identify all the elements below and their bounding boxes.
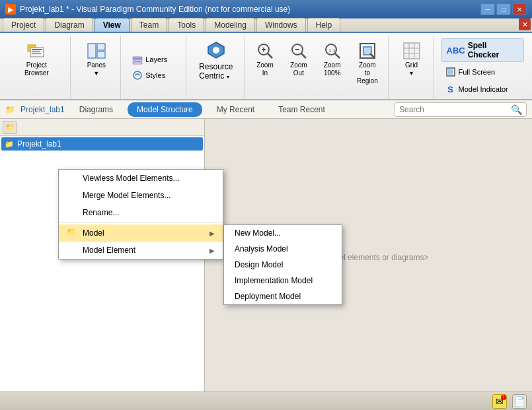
- tree-row-projekt-lab1[interactable]: 📁 Projekt_lab1: [1, 137, 203, 151]
- file-icon-button[interactable]: 📄: [512, 394, 527, 409]
- zoom-region-button[interactable]: Zoom toRegion: [350, 37, 385, 88]
- panes-icon: [86, 40, 107, 61]
- model-indicator-button[interactable]: S Model Indicator: [441, 82, 524, 96]
- tab-diagram[interactable]: Diagram: [46, 18, 93, 32]
- file-icon: 📄: [514, 396, 525, 407]
- submenu-implementation-model[interactable]: Implementation Model: [224, 273, 342, 289]
- project-browser-icon: [26, 40, 47, 61]
- svg-rect-33: [448, 69, 453, 75]
- app-icon: ▶: [5, 4, 16, 15]
- tab-windows[interactable]: Windows: [256, 18, 306, 32]
- layers-button[interactable]: Layers: [128, 52, 180, 67]
- ctx-model[interactable]: 📁 Model ▶: [59, 224, 223, 242]
- zoom-out-button[interactable]: ZoomOut: [282, 37, 315, 81]
- nav-tab-my-recent[interactable]: My Recent: [208, 102, 264, 117]
- resource-centric-label: ResourceCentric ▾: [199, 62, 233, 81]
- ctx-viewless-model-elements[interactable]: Viewless Model Elements...: [59, 170, 223, 187]
- tab-team[interactable]: Team: [131, 18, 167, 32]
- model-indicator-label: Model Indicator: [459, 85, 508, 93]
- grid-button[interactable]: Grid ▾: [395, 37, 428, 81]
- svg-rect-8: [133, 57, 142, 59]
- svg-line-23: [335, 53, 340, 58]
- zoom-out-icon: [288, 40, 309, 61]
- ctx-model-icon: 📁: [67, 228, 77, 238]
- breadcrumb-projekt-lab1[interactable]: Projekt_lab1: [20, 105, 65, 114]
- mail-badge: !: [501, 395, 506, 400]
- mail-icon-button[interactable]: ✉ !: [492, 394, 507, 409]
- ribbon-group-project-browser: Project Browser: [3, 36, 71, 99]
- project-browser-button[interactable]: Project Browser: [8, 37, 65, 81]
- maximize-button[interactable]: □: [496, 3, 511, 15]
- nav-tab-model-structure[interactable]: Model Structure: [128, 102, 202, 117]
- ctx-rename[interactable]: Rename...: [59, 204, 223, 221]
- ctx-model-element-arrow: ▶: [209, 247, 215, 254]
- submenu-deployment-model[interactable]: Deployment Model: [224, 289, 342, 304]
- zoom-100-button[interactable]: 1:1 Zoom100%: [316, 37, 348, 81]
- ribbon-group-show-hide: ABC Spell Checker Full Screen S Model In…: [436, 36, 529, 99]
- layers-label: Layers: [145, 55, 167, 63]
- submenu-new-model-label: New Model...: [235, 228, 281, 238]
- ribbon-close-button[interactable]: ✕: [519, 18, 531, 30]
- tree-toolbar: 📁: [0, 119, 204, 136]
- ctx-model-element[interactable]: Model Element ▶: [59, 242, 223, 259]
- tree-folder-icon: 📁: [4, 139, 15, 149]
- svg-point-13: [213, 47, 219, 53]
- search-input[interactable]: [399, 105, 511, 114]
- zoom-100-icon: 1:1: [322, 40, 343, 61]
- grid-label: Grid: [405, 61, 418, 69]
- svg-rect-7: [97, 51, 105, 58]
- tab-help[interactable]: Help: [307, 18, 341, 32]
- zoom-in-label: ZoomIn: [256, 61, 274, 77]
- ctx-model-arrow: ▶: [209, 230, 215, 237]
- svg-rect-27: [404, 43, 420, 59]
- breadcrumb-folder-icon: 📁: [5, 105, 15, 114]
- tab-tools[interactable]: Tools: [169, 18, 204, 32]
- resource-centric-icon: [206, 40, 226, 62]
- submenu-deployment-model-label: Deployment Model: [235, 292, 301, 301]
- context-menu: Viewless Model Elements... Merge Model E…: [58, 169, 223, 259]
- zoom-region-icon: [357, 40, 378, 61]
- styles-button[interactable]: Styles: [128, 68, 180, 83]
- panes-button[interactable]: Panes ▼: [77, 37, 115, 81]
- ctx-viewless-icon: [67, 173, 77, 184]
- tab-project[interactable]: Project: [3, 18, 44, 32]
- ctx-merge-model-elements[interactable]: Merge Model Elements...: [59, 187, 223, 204]
- svg-rect-9: [133, 59, 142, 61]
- submenu-analysis-model-label: Analysis Model: [235, 244, 288, 254]
- nav-tab-diagrams[interactable]: Diagrams: [70, 102, 122, 117]
- zoom-region-label: Zoom toRegion: [356, 61, 379, 85]
- spell-checker-button[interactable]: ABC Spell Checker: [441, 38, 524, 62]
- title-bar: ▶ Projekt_lab1 * - Visual Paradigm Commu…: [0, 0, 532, 18]
- ribbon-group-panes: Panes ▼: [72, 36, 121, 99]
- ctx-rename-label: Rename...: [83, 208, 119, 217]
- grid-dropdown-arrow: ▾: [410, 69, 413, 77]
- tree-toolbar-btn-folder[interactable]: 📁: [3, 121, 17, 134]
- tab-view[interactable]: View: [95, 18, 130, 32]
- panes-label: Panes ▼: [83, 61, 109, 77]
- ctx-merge-label: Merge Model Elements...: [83, 191, 171, 200]
- ribbon-group-grid: Grid ▾: [390, 36, 434, 99]
- minimize-button[interactable]: ─: [480, 3, 495, 15]
- submenu-design-model-label: Design Model: [235, 260, 283, 269]
- styles-label: Styles: [145, 71, 165, 79]
- full-screen-button[interactable]: Full Screen: [441, 65, 524, 79]
- svg-line-20: [301, 53, 306, 58]
- search-box[interactable]: 🔍: [395, 102, 527, 117]
- zoom-in-button[interactable]: ZoomIn: [249, 37, 282, 81]
- model-indicator-icon: S: [445, 84, 456, 94]
- window-title: Projekt_lab1 * - Visual Paradigm Communi…: [20, 5, 480, 14]
- search-icon: 🔍: [511, 104, 522, 115]
- submenu-analysis-model[interactable]: Analysis Model: [224, 241, 342, 257]
- tab-modeling[interactable]: Modeling: [206, 18, 255, 32]
- close-button[interactable]: ✕: [512, 3, 527, 15]
- zoom-out-label: ZoomOut: [290, 61, 307, 77]
- nav-tab-team-recent[interactable]: Team Recent: [269, 102, 334, 117]
- submenu-design-model[interactable]: Design Model: [224, 257, 342, 273]
- svg-line-26: [370, 53, 375, 58]
- resource-centric-button[interactable]: ResourceCentric ▾: [193, 37, 239, 84]
- zoom-100-label: Zoom100%: [324, 61, 341, 77]
- full-screen-label: Full Screen: [459, 68, 496, 76]
- spell-checker-label: Spell Checker: [468, 41, 518, 59]
- submenu-new-model[interactable]: New Model...: [224, 225, 342, 241]
- project-browser-label: Project Browser: [14, 61, 59, 77]
